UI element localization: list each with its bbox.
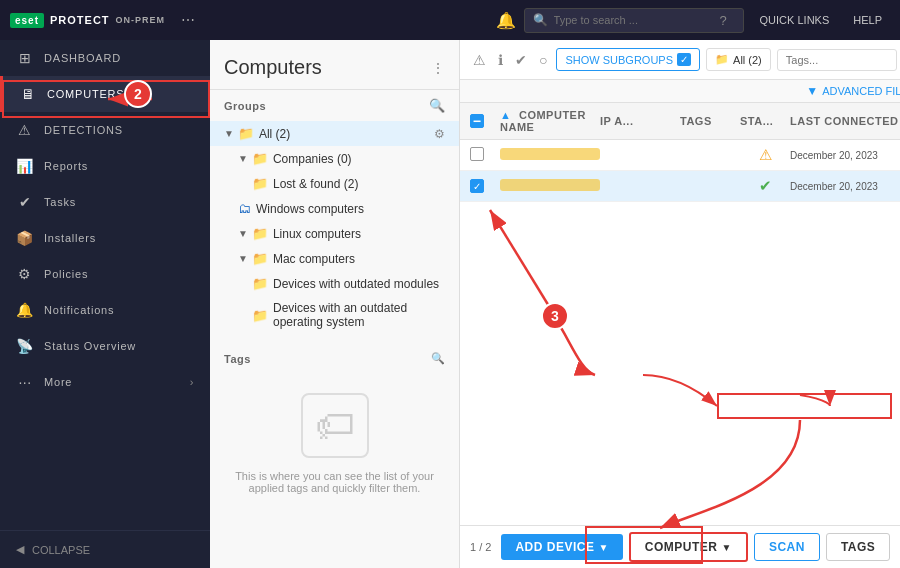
search-input[interactable] bbox=[554, 14, 714, 26]
policies-icon: ⚙ bbox=[16, 266, 34, 282]
folder-icon-lost: 📁 bbox=[252, 176, 268, 191]
circle-filter-icon[interactable]: ○ bbox=[536, 49, 550, 71]
show-subgroups-label: SHOW SUBGROUPS bbox=[565, 54, 673, 66]
collapse-icon: ◀ bbox=[16, 543, 24, 556]
advanced-filters-bar: ▼ ADVANCED FILTERS bbox=[460, 80, 900, 103]
sidebar-item-detections[interactable]: ⚠ DETECTIONS bbox=[0, 112, 210, 148]
folder-icon-modules: 📁 bbox=[252, 276, 268, 291]
sidebar-item-notifications[interactable]: 🔔 Notifications bbox=[0, 292, 210, 328]
computer-label: COMPUTER bbox=[645, 540, 718, 554]
computer-button[interactable]: COMPUTER ▼ bbox=[629, 532, 748, 562]
advanced-filters-label: ADVANCED FILTERS bbox=[822, 85, 900, 97]
show-subgroups-button[interactable]: SHOW SUBGROUPS ✓ bbox=[556, 48, 700, 71]
tree-label-modules: Devices with outdated modules bbox=[273, 277, 439, 291]
sidebar-item-computers[interactable]: 🖥 COMPUTERS bbox=[0, 76, 210, 112]
sidebar-label-reports: Reports bbox=[44, 160, 88, 172]
search-icon: 🔍 bbox=[533, 13, 548, 27]
td-check-2[interactable]: ✓ bbox=[470, 179, 500, 193]
th-status[interactable]: STA... bbox=[740, 115, 790, 127]
check-filter-icon[interactable]: ✔ bbox=[512, 49, 530, 71]
tree-item-outdated-modules[interactable]: 📁 Devices with outdated modules bbox=[210, 271, 459, 296]
tags-label-btn: TAGS bbox=[841, 540, 875, 554]
on-prem-text: ON-PREM bbox=[116, 15, 166, 25]
th-tags[interactable]: TAGS bbox=[680, 115, 740, 127]
sidebar-item-reports[interactable]: 📊 Reports bbox=[0, 148, 210, 184]
groups-header: Groups 🔍 bbox=[210, 90, 459, 121]
row-checkbox-2[interactable]: ✓ bbox=[470, 179, 484, 193]
sort-arrow-icon: ▲ bbox=[500, 109, 511, 121]
notifications-icon: 🔔 bbox=[16, 302, 34, 318]
all-button[interactable]: 📁 All (2) bbox=[706, 48, 771, 71]
info-filter-icon[interactable]: ℹ bbox=[495, 49, 506, 71]
tags-filter-input[interactable] bbox=[777, 49, 897, 71]
tag-big-icon: 🏷 bbox=[301, 393, 369, 458]
tree-item-companies[interactable]: ▼ 📁 Companies (0) bbox=[210, 146, 459, 171]
tree-arrow-all: ▼ bbox=[224, 128, 234, 139]
all-count-label: All (2) bbox=[733, 54, 762, 66]
select-all-checkbox[interactable]: − bbox=[470, 114, 484, 128]
tree-label-mac: Mac computers bbox=[273, 252, 355, 266]
row-checkbox-1[interactable] bbox=[470, 147, 484, 161]
tree-gear-all[interactable]: ⚙ bbox=[434, 127, 445, 141]
folder-icon-all: 📁 bbox=[238, 126, 254, 141]
show-subgroups-check: ✓ bbox=[677, 53, 691, 66]
add-device-button[interactable]: ADD DEVICE ▼ bbox=[501, 534, 622, 560]
tree-item-all[interactable]: ▼ 📁 All (2) ⚙ bbox=[210, 121, 459, 146]
main-layout: ⊞ DASHBOARD 🖥 COMPUTERS ⚠ DETECTIONS 📊 R… bbox=[0, 40, 900, 568]
tree-arrow-mac: ▼ bbox=[238, 253, 248, 264]
eset-badge: eset bbox=[10, 13, 44, 28]
sidebar-item-tasks[interactable]: ✔ Tasks bbox=[0, 184, 210, 220]
top-nav: eset PROTECT ON-PREM ⋯ 🔔 🔍 ? QUICK LINKS… bbox=[0, 0, 900, 40]
tree-arrow-linux: ▼ bbox=[238, 228, 248, 239]
table-row: ⚠ December 20, 2023 bbox=[460, 140, 900, 171]
sidebar-label-policies: Policies bbox=[44, 268, 88, 280]
sidebar-item-policies[interactable]: ⚙ Policies bbox=[0, 256, 210, 292]
tags-button[interactable]: TAGS bbox=[826, 533, 890, 561]
sidebar-item-more[interactable]: ··· More › bbox=[0, 364, 210, 400]
warning-filter-icon[interactable]: ⚠ bbox=[470, 49, 489, 71]
more-icon: ··· bbox=[16, 374, 34, 390]
help-icon[interactable]: ? bbox=[720, 13, 727, 28]
help-button[interactable]: HELP bbox=[845, 10, 890, 30]
filter-icon: ▼ bbox=[806, 84, 818, 98]
folder-icon-windows: 🗂 bbox=[238, 201, 251, 216]
advanced-filters-button[interactable]: ▼ ADVANCED FILTERS bbox=[806, 84, 900, 98]
sidebar-label-dashboard: DASHBOARD bbox=[44, 52, 121, 64]
sidebar-item-dashboard[interactable]: ⊞ DASHBOARD bbox=[0, 40, 210, 76]
bell-icon[interactable]: 🔔 bbox=[496, 11, 516, 30]
groups-label: Groups bbox=[224, 100, 266, 112]
tree-item-linux[interactable]: ▼ 📁 Linux computers bbox=[210, 221, 459, 246]
grid-icon[interactable]: ⋯ bbox=[181, 12, 195, 28]
tags-empty: 🏷 This is where you can see the list of … bbox=[224, 373, 445, 514]
tree-item-lost-found[interactable]: 📁 Lost & found (2) bbox=[210, 171, 459, 196]
td-check-1[interactable] bbox=[470, 147, 500, 163]
middle-panel: Computers ⋮ Groups 🔍 ▼ 📁 All (2) ⚙ ▼ 📁 C… bbox=[210, 40, 460, 568]
tags-search-icon[interactable]: 🔍 bbox=[431, 352, 446, 365]
sidebar-item-installers[interactable]: 📦 Installers bbox=[0, 220, 210, 256]
groups-search-icon[interactable]: 🔍 bbox=[429, 98, 446, 113]
tree-label-os: Devices with an outdated operating syste… bbox=[273, 301, 445, 329]
tags-section: Tags 🔍 🏷 This is where you can see the l… bbox=[210, 344, 459, 522]
sidebar-label-notifications: Notifications bbox=[44, 304, 114, 316]
quick-links-button[interactable]: QUICK LINKS bbox=[752, 10, 838, 30]
more-options-icon[interactable]: ⋮ bbox=[431, 60, 445, 76]
middle-title: Computers bbox=[224, 56, 322, 79]
sidebar-label-detections: DETECTIONS bbox=[44, 124, 123, 136]
th-check: − bbox=[470, 114, 500, 128]
dashboard-icon: ⊞ bbox=[16, 50, 34, 66]
th-last-connected[interactable]: LAST CONNECTED bbox=[790, 115, 900, 127]
tree-item-outdated-os[interactable]: 📁 Devices with an outdated operating sys… bbox=[210, 296, 459, 334]
td-status-1: ⚠ bbox=[740, 146, 790, 164]
td-name-1 bbox=[500, 148, 600, 162]
sidebar-collapse[interactable]: ◀ COLLAPSE bbox=[0, 530, 210, 568]
tree-item-windows[interactable]: 🗂 Windows computers bbox=[210, 196, 459, 221]
th-ip[interactable]: IP A... bbox=[600, 115, 680, 127]
scan-button[interactable]: SCAN bbox=[754, 533, 820, 561]
th-computer-name[interactable]: ▲ COMPUTER NAME bbox=[500, 109, 600, 133]
sidebar: ⊞ DASHBOARD 🖥 COMPUTERS ⚠ DETECTIONS 📊 R… bbox=[0, 40, 210, 568]
sidebar-item-status[interactable]: 📡 Status Overview bbox=[0, 328, 210, 364]
middle-header: Computers ⋮ bbox=[210, 40, 459, 90]
tree-item-mac[interactable]: ▼ 📁 Mac computers bbox=[210, 246, 459, 271]
tree-label-lost: Lost & found (2) bbox=[273, 177, 358, 191]
folder-icon-linux: 📁 bbox=[252, 226, 268, 241]
